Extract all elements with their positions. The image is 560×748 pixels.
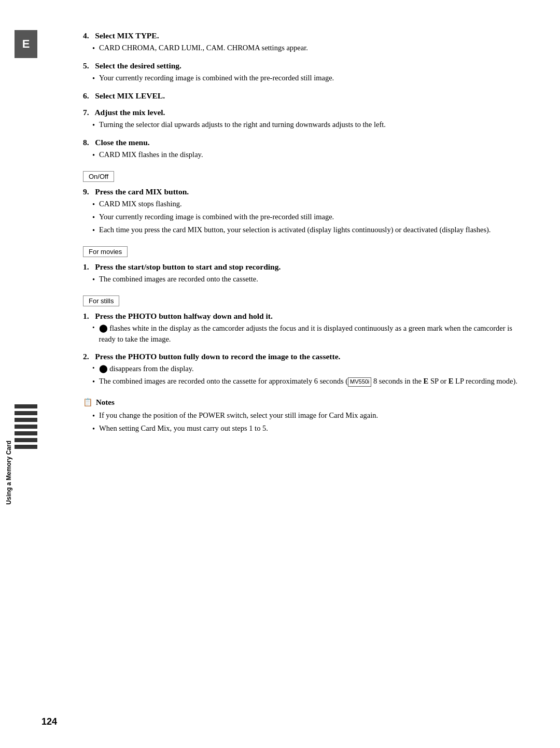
bullet-text: CARD CHROMA, CARD LUMI., CAM. CHROMA set…	[99, 43, 308, 53]
stills-step-2: 2. Press the PHOTO button fully down to …	[83, 352, 519, 387]
step-8-header: 8. Close the menu.	[83, 138, 519, 147]
bullet-text: ⬤ disappears from the display.	[99, 363, 194, 374]
step-7-title: Adjust the mix level.	[94, 108, 165, 117]
movies-step-1: 1. Press the start/stop button to start …	[83, 262, 519, 285]
step-6-number: 6.	[83, 91, 89, 100]
notes-text: When setting Card Mix, you must carry ou…	[99, 423, 268, 434]
bullet-dot: •	[92, 323, 95, 332]
notes-item: • When setting Card Mix, you must carry …	[92, 423, 519, 434]
bullet-text: Each time you press the card MIX button,…	[99, 224, 491, 235]
movies-step-1-title: Press the start/stop button to start and…	[95, 262, 281, 271]
stills-step-1-bullets: • ⬤ flashes white in the display as the …	[92, 323, 519, 345]
bullet-text: Turning the selector dial upwards adjust…	[99, 119, 386, 130]
bullet-text: The combined images are recorded onto th…	[99, 376, 517, 387]
bullet-item: • CARD CHROMA, CARD LUMI., CAM. CHROMA s…	[92, 43, 519, 54]
movies-step-1-bullets: • The combined images are recorded onto …	[92, 274, 519, 285]
mv550i-badge: MV550i	[348, 377, 371, 387]
stills-step-2-header: 2. Press the PHOTO button fully down to …	[83, 352, 519, 361]
stills-step-2-number: 2.	[83, 352, 89, 361]
bullet-item: • Each time you press the card MIX butto…	[92, 224, 519, 236]
step-4-title: Select MIX TYPE.	[95, 31, 159, 40]
step-7-header: 7. Adjust the mix level.	[83, 108, 519, 117]
step-8-bullets: • CARD MIX flashes in the display.	[92, 149, 519, 161]
bullet-text: Your currently recording image is combin…	[99, 211, 334, 222]
bullet-dot: •	[92, 73, 95, 84]
for-stills-badge: For stills	[83, 295, 119, 306]
step-5-bullets: • Your currently recording image is comb…	[92, 73, 519, 84]
main-content: 4. Select MIX TYPE. • CARD CHROMA, CARD …	[83, 31, 519, 434]
step-7: 7. Adjust the mix level. • Turning the s…	[83, 108, 519, 131]
for-stills-badge-container: For stills	[83, 292, 519, 312]
on-off-badge: On/Off	[83, 171, 114, 182]
on-off-badge-container: On/Off	[83, 168, 519, 187]
step-9-bullets: • CARD MIX stops flashing. • Your curren…	[92, 199, 519, 236]
bullet-text: CARD MIX stops flashing.	[99, 199, 182, 209]
for-movies-badge: For movies	[83, 246, 128, 257]
bullet-text: ⬤ flashes white in the display as the ca…	[99, 323, 519, 345]
bullet-item: • Your currently recording image is comb…	[92, 73, 519, 84]
bullet-dot: •	[92, 376, 95, 387]
step-6: 6. Select MIX LEVEL.	[83, 91, 519, 101]
stripes-decoration	[15, 404, 37, 508]
stills-step-1-title: Press the PHOTO button halfway down and …	[95, 312, 273, 320]
step-5: 5. Select the desired setting. • Your cu…	[83, 61, 519, 84]
bullet-dot: •	[92, 43, 95, 54]
step-8: 8. Close the menu. • CARD MIX flashes in…	[83, 138, 519, 161]
bullet-item: • Turning the selector dial upwards adju…	[92, 119, 519, 131]
notes-section: 📋 Notes • If you change the position of …	[83, 398, 519, 434]
step-4: 4. Select MIX TYPE. • CARD CHROMA, CARD …	[83, 31, 519, 54]
stills-step-1: 1. Press the PHOTO button halfway down a…	[83, 312, 519, 345]
notes-item: • If you change the position of the POWE…	[92, 410, 519, 421]
bullet-item: • The combined images are recorded onto …	[92, 274, 519, 285]
step-9-title: Press the card MIX button.	[95, 187, 189, 196]
bullet-item: • ⬤ disappears from the display.	[92, 363, 519, 374]
bullet-dot: •	[92, 120, 95, 131]
bullet-text: CARD MIX flashes in the display.	[99, 149, 203, 160]
side-label: Using a Memory Card	[5, 441, 16, 504]
bullet-dot: •	[92, 225, 95, 236]
step-4-header: 4. Select MIX TYPE.	[83, 31, 519, 40]
page: E Using a Memory Card 124 4. Select MIX …	[0, 0, 560, 748]
e-tab: E	[15, 30, 37, 58]
for-movies-badge-container: For movies	[83, 243, 519, 262]
bullet-item: • Your currently recording image is comb…	[92, 211, 519, 223]
bullet-item: • CARD MIX stops flashing.	[92, 199, 519, 210]
movies-step-1-header: 1. Press the start/stop button to start …	[83, 262, 519, 272]
bullet-dot: •	[92, 424, 95, 434]
step-4-number: 4.	[83, 31, 89, 40]
step-5-header: 5. Select the desired setting.	[83, 61, 519, 70]
bullet-dot: •	[92, 274, 95, 285]
stills-step-2-title: Press the PHOTO button fully down to rec…	[95, 352, 340, 361]
bullet-item: • The combined images are recorded onto …	[92, 376, 519, 387]
bullet-dot: •	[92, 411, 95, 421]
step-6-title: Select MIX LEVEL.	[95, 91, 165, 100]
step-6-header: 6. Select MIX LEVEL.	[83, 91, 519, 101]
step-8-number: 8.	[83, 138, 89, 147]
step-4-bullets: • CARD CHROMA, CARD LUMI., CAM. CHROMA s…	[92, 43, 519, 54]
page-number: 124	[41, 716, 57, 727]
stills-step-2-bullets: • ⬤ disappears from the display. • The c…	[92, 363, 519, 387]
notes-bullets: • If you change the position of the POWE…	[92, 410, 519, 434]
step-8-title: Close the menu.	[95, 138, 149, 147]
step-9-number: 9.	[83, 187, 89, 196]
notes-text: If you change the position of the POWER …	[99, 410, 378, 421]
notes-title: Notes	[96, 398, 115, 407]
e-label: E	[22, 37, 30, 51]
notes-icon: 📋	[83, 398, 93, 407]
step-7-number: 7.	[83, 108, 89, 117]
bullet-item: • CARD MIX flashes in the display.	[92, 149, 519, 161]
bullet-dot: •	[92, 364, 95, 372]
stills-step-1-number: 1.	[83, 312, 89, 320]
step-9-header: 9. Press the card MIX button.	[83, 187, 519, 196]
bullet-dot: •	[92, 199, 95, 210]
step-9: 9. Press the card MIX button. • CARD MIX…	[83, 187, 519, 236]
stills-step-1-header: 1. Press the PHOTO button halfway down a…	[83, 312, 519, 321]
bullet-text: Your currently recording image is combin…	[99, 73, 334, 83]
bullet-dot: •	[92, 212, 95, 223]
step-5-number: 5.	[83, 61, 89, 70]
bullet-item: • ⬤ flashes white in the display as the …	[92, 323, 519, 345]
bullet-text: The combined images are recorded onto th…	[99, 274, 258, 285]
bullet-dot: •	[92, 150, 95, 161]
step-5-title: Select the desired setting.	[95, 61, 181, 70]
notes-header: 📋 Notes	[83, 398, 519, 407]
